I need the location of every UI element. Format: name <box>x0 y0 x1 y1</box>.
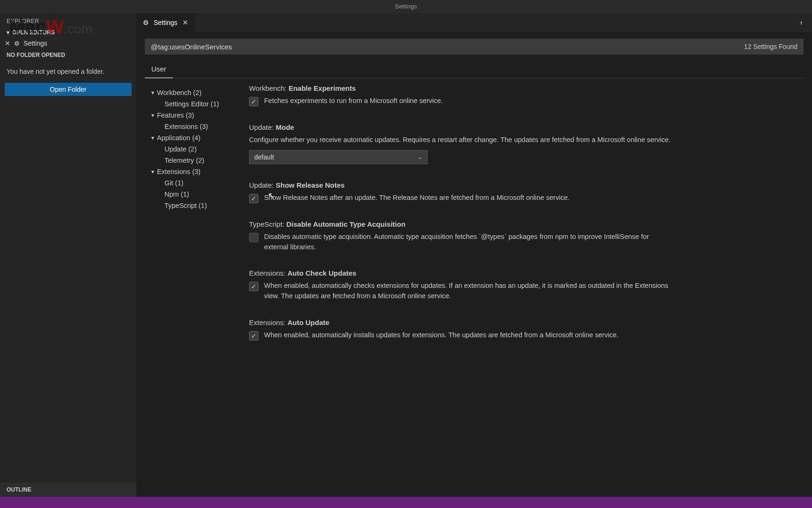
toc-group-label: Application (4) <box>157 134 201 142</box>
setting-description: Configure whether you receive automatic … <box>249 135 672 145</box>
settings-toc: ▾Workbench (2)Settings Editor (1)▾Featur… <box>136 79 240 497</box>
open-editors-label: OPEN EDITORS <box>12 29 55 36</box>
toc-child[interactable]: Git (1) <box>151 177 240 189</box>
toc-child[interactable]: TypeScript (1) <box>151 200 240 211</box>
settings-icon: ⚙ <box>143 19 149 26</box>
split-editor-icon[interactable]: ⫞ <box>789 18 812 27</box>
explorer-title: EXPLORER <box>0 13 136 27</box>
setting-item: Update: ModeConfigure whether you receiv… <box>249 123 672 164</box>
no-folder-message: You have not yet opened a folder. <box>0 61 136 80</box>
open-folder-button[interactable]: Open Folder <box>5 83 132 96</box>
editor-tabbar: ⚙ Settings ✕ ⫞ <box>136 13 812 32</box>
setting-description: When enabled, automatically checks exten… <box>264 281 672 302</box>
open-editor-label: Settings <box>23 40 47 47</box>
chevron-down-icon: ▾ <box>151 112 154 119</box>
checkbox[interactable]: ✓ <box>249 97 258 106</box>
setting-title: Update: Show Release Notes <box>249 181 672 189</box>
settings-list: Workbench: Enable Experiments✓Fetches ex… <box>240 79 812 497</box>
setting-description: When enabled, automatically installs upd… <box>264 330 618 341</box>
settings-search-row: 12 Settings Found <box>145 39 804 55</box>
toc-group[interactable]: ▾Extensions (3) <box>151 166 240 177</box>
scope-tab-label: User <box>151 65 166 73</box>
tab-label: Settings <box>154 19 178 26</box>
setting-item: Workbench: Enable Experiments✓Fetches ex… <box>249 84 672 106</box>
chevron-down-icon: ▾ <box>151 135 154 141</box>
chevron-down-icon: ⌄ <box>418 154 422 160</box>
window-title: Settings <box>395 3 417 10</box>
setting-description: Show Release Notes after an update. The … <box>264 193 570 203</box>
status-bar[interactable] <box>0 497 812 508</box>
setting-item: Update: Show Release Notes✓Show Release … <box>249 181 672 203</box>
setting-description: Disables automatic type acquisition. Aut… <box>264 232 672 253</box>
setting-item: Extensions: Auto Update✓When enabled, au… <box>249 318 672 341</box>
close-icon[interactable]: ✕ <box>5 40 10 47</box>
no-folder-header: NO FOLDER OPENED <box>0 49 136 61</box>
checkbox[interactable]: ✓ <box>249 194 258 203</box>
open-editors-header[interactable]: ▾ OPEN EDITORS <box>0 27 136 38</box>
close-icon[interactable]: ✕ <box>182 18 188 27</box>
toc-group-label: Workbench (2) <box>157 89 202 96</box>
chevron-down-icon: ▾ <box>7 29 9 36</box>
checkbox[interactable]: ✓ <box>249 331 258 341</box>
open-editor-item[interactable]: ✕ ⚙ Settings <box>0 38 136 49</box>
toc-group-label: Extensions (3) <box>157 168 201 175</box>
dropdown[interactable]: default⌄ <box>249 150 428 164</box>
setting-item: Extensions: Auto Check Updates✓When enab… <box>249 269 672 302</box>
toc-child[interactable]: Update (2) <box>151 143 240 155</box>
toc-child[interactable]: Extensions (3) <box>151 121 240 132</box>
scope-tab-user[interactable]: User <box>145 61 173 78</box>
setting-item: TypeScript: Disable Automatic Type Acqui… <box>249 220 672 253</box>
setting-title: TypeScript: Disable Automatic Type Acqui… <box>249 220 672 228</box>
setting-title: Extensions: Auto Check Updates <box>249 269 672 277</box>
checkbox[interactable]: ✓ <box>249 282 258 291</box>
outline-header[interactable]: OUTLINE <box>0 483 136 497</box>
toc-group[interactable]: ▾Workbench (2) <box>151 87 240 98</box>
explorer-sidebar: EXPLORER ▾ OPEN EDITORS ✕ ⚙ Settings NO … <box>0 13 136 497</box>
open-folder-label: Open Folder <box>50 86 86 93</box>
setting-title: Update: Mode <box>249 123 672 131</box>
chevron-down-icon: ▾ <box>151 168 154 175</box>
settings-search-input[interactable] <box>145 43 738 51</box>
settings-scope-tabs: User <box>145 61 804 79</box>
window-titlebar: Settings <box>0 0 812 13</box>
toc-group[interactable]: ▾Features (3) <box>151 110 240 121</box>
toc-group[interactable]: ▾Application (4) <box>151 132 240 143</box>
chevron-down-icon: ▾ <box>151 89 154 96</box>
settings-found-count: 12 Settings Found <box>738 39 803 55</box>
toc-child[interactable]: Settings Editor (1) <box>151 98 240 110</box>
setting-description: Fetches experiments to run from a Micros… <box>264 96 443 106</box>
tab-settings[interactable]: ⚙ Settings ✕ <box>136 13 195 32</box>
checkbox[interactable]: ✓ <box>249 233 258 242</box>
setting-title: Extensions: Auto Update <box>249 318 672 326</box>
settings-icon: ⚙ <box>14 40 20 47</box>
toc-child[interactable]: Npm (1) <box>151 189 240 200</box>
setting-title: Workbench: Enable Experiments <box>249 84 672 92</box>
dropdown-value: default <box>254 153 274 161</box>
toc-child[interactable]: Telemetry (2) <box>151 155 240 166</box>
toc-group-label: Features (3) <box>157 111 194 119</box>
